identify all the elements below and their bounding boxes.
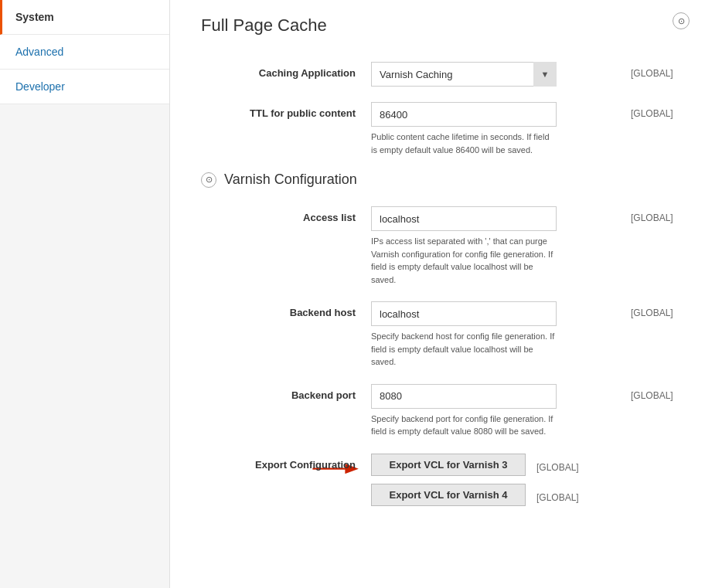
ttl-label: TTL for public content (201, 102, 371, 119)
sidebar-item-system[interactable]: System (0, 0, 169, 35)
export-config-label: Export Configuration (201, 454, 371, 471)
access-list-input[interactable] (371, 206, 557, 231)
ttl-global-tag: [GLOBAL] (620, 102, 674, 119)
sidebar-item-advanced[interactable]: Advanced (0, 35, 169, 70)
backend-host-field: Specify backend host for config file gen… (371, 301, 620, 369)
backend-host-global-tag: [GLOBAL] (620, 301, 674, 318)
backend-port-label: Backend port (201, 384, 371, 401)
access-list-global-tag: [GLOBAL] (620, 206, 674, 223)
sidebar-item-developer-label: Developer (15, 80, 65, 93)
export-varnish3-global-tag: [GLOBAL] (526, 456, 580, 473)
access-list-row: Access list IPs access list separated wi… (201, 206, 674, 286)
export-varnish4-wrapper: Export VCL for Varnish 4 [GLOBAL] (371, 484, 580, 506)
export-vcl-varnish3-button[interactable]: Export VCL for Varnish 3 (371, 454, 526, 476)
page-title: Full Page Cache (201, 15, 674, 43)
backend-port-field: Specify backend port for config file gen… (371, 384, 620, 438)
ttl-input[interactable] (371, 102, 557, 127)
caching-application-global-tag: [GLOBAL] (620, 62, 674, 79)
backend-host-row: Backend host Specify backend host for co… (201, 301, 674, 369)
access-list-label: Access list (201, 206, 371, 223)
toggle-symbol: ⊙ (206, 175, 213, 185)
backend-host-label: Backend host (201, 301, 371, 318)
export-varnish3-row: Export Configuration Export VCL for Varn… (201, 454, 674, 476)
export-varnish4-spacer (201, 484, 371, 489)
ttl-note: Public content cache lifetime in seconds… (371, 131, 557, 156)
backend-host-note: Specify backend host for config file gen… (371, 330, 557, 369)
backend-port-input[interactable] (371, 384, 557, 409)
ttl-field: Public content cache lifetime in seconds… (371, 102, 620, 156)
sidebar: System Advanced Developer (0, 0, 170, 588)
main-content: ⊙ Full Page Cache Caching Application Va… (170, 0, 705, 588)
sidebar-item-advanced-label: Advanced (15, 46, 63, 58)
export-varnish4-row: Export VCL for Varnish 4 [GLOBAL] (201, 484, 674, 506)
caching-application-label: Caching Application (201, 62, 371, 79)
access-list-field: IPs access list separated with ',' that … (371, 206, 620, 286)
access-list-note: IPs access list separated with ',' that … (371, 235, 557, 286)
sidebar-item-developer[interactable]: Developer (0, 70, 169, 104)
caching-application-select-wrapper[interactable]: Varnish Caching Built-in Cache ▼ (371, 62, 557, 87)
ttl-row: TTL for public content Public content ca… (201, 102, 674, 156)
export-rows-wrapper: Export Configuration Export VCL for Varn… (201, 454, 674, 506)
collapse-symbol: ⊙ (678, 16, 685, 26)
backend-port-global-tag: [GLOBAL] (620, 384, 674, 401)
backend-host-input[interactable] (371, 301, 557, 326)
export-vcl-varnish4-button[interactable]: Export VCL for Varnish 4 (371, 484, 526, 506)
varnish-section-title: Varnish Configuration (224, 172, 357, 188)
page-wrapper: System Advanced Developer ⊙ Full Page Ca… (0, 0, 705, 588)
collapse-icon[interactable]: ⊙ (673, 12, 690, 29)
export-varnish4-global-tag: [GLOBAL] (526, 486, 580, 503)
backend-port-note: Specify backend port for config file gen… (371, 413, 557, 438)
caching-application-select[interactable]: Varnish Caching Built-in Cache (371, 62, 557, 87)
export-varnish3-wrapper: Export VCL for Varnish 3 [GLOBAL] (371, 454, 580, 476)
backend-port-row: Backend port Specify backend port for co… (201, 384, 674, 438)
varnish-section-header: ⊙ Varnish Configuration (201, 172, 674, 188)
varnish-toggle-icon[interactable]: ⊙ (201, 172, 216, 188)
caching-application-row: Caching Application Varnish Caching Buil… (201, 62, 674, 87)
sidebar-item-system-label: System (15, 11, 54, 23)
caching-application-field: Varnish Caching Built-in Cache ▼ (371, 62, 620, 87)
